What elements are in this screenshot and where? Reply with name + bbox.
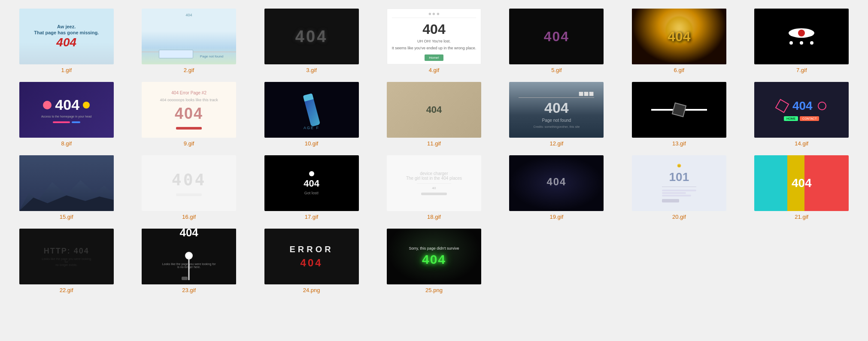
file-label-19: 19.gif — [550, 214, 564, 220]
file-label-13: 13.gif — [672, 140, 686, 147]
thumbnail-25[interactable]: Sorry, this page didn't survive 404 — [387, 229, 481, 284]
list-item[interactable]: device chargerThe girl lost in the 404 p… — [376, 155, 492, 220]
list-item[interactable]: 7.gif — [744, 9, 859, 73]
list-item[interactable]: 404 21.gif — [744, 155, 859, 220]
thumbnail-4[interactable]: ⊕ ⊕ ⊕ 404 UH OH! You're lost. It seems l… — [387, 9, 481, 64]
list-item[interactable]: ERROR 404 24.png — [254, 229, 369, 293]
file-label-23: 23.gif — [182, 287, 196, 293]
file-label-8: 8.gif — [61, 140, 72, 147]
thumbnail-19[interactable]: 404 — [509, 155, 604, 211]
thumbnail-18[interactable]: device chargerThe girl lost in the 404 p… — [387, 155, 481, 211]
file-label-17: 17.gif — [305, 214, 319, 220]
thumbnail-21[interactable]: 404 — [754, 155, 849, 211]
list-item[interactable]: 404 3.gif — [254, 9, 369, 73]
list-item[interactable]: 404 HOME CONTACT 14.gif — [744, 82, 859, 147]
list-item[interactable]: Aw jeez.That page has gone missing. 404 … — [9, 9, 124, 73]
file-label-5: 5.gif — [551, 67, 562, 73]
thumbnail-8[interactable]: 404 Access to the homepage in your head — [19, 82, 114, 138]
file-label-7: 7.gif — [796, 67, 807, 73]
file-label-14: 14.gif — [795, 140, 808, 147]
list-item[interactable]: ⊕ ⊕ ⊕ 404 UH OH! You're lost. It seems l… — [376, 9, 492, 73]
list-item[interactable]: Sorry, this page didn't survive 404 25.p… — [376, 229, 492, 293]
thumbnail-grid: Aw jeez.That page has gone missing. 404 … — [9, 9, 859, 293]
thumbnail-16[interactable]: 404 — [142, 155, 236, 211]
thumbnail-13[interactable] — [632, 82, 726, 138]
list-item[interactable]: 404 16.gif — [131, 155, 246, 220]
file-label-16: 16.gif — [182, 214, 196, 220]
thumbnail-7[interactable] — [754, 9, 849, 64]
file-label-18: 18.gif — [427, 214, 441, 220]
list-item[interactable]: 😐 101 20.gif — [621, 155, 737, 220]
thumbnail-15[interactable] — [19, 155, 114, 211]
file-label-22: 22.gif — [60, 287, 73, 293]
file-label-4: 4.gif — [429, 67, 440, 73]
thumbnail-1[interactable]: Aw jeez.That page has gone missing. 404 — [19, 9, 114, 64]
list-item[interactable]: 404 19.gif — [499, 155, 614, 220]
file-label-21: 21.gif — [795, 214, 808, 220]
thumbnail-10[interactable]: AGE F — [264, 82, 359, 138]
thumbnail-14[interactable]: 404 HOME CONTACT — [754, 82, 849, 138]
list-item[interactable]: AGE F 10.gif — [254, 82, 369, 147]
list-item[interactable]: 404 5.gif — [499, 9, 614, 73]
thumbnail-17[interactable]: 404 Got lost! — [264, 155, 359, 211]
file-label-24: 24.png — [303, 287, 320, 293]
file-label-11: 11.gif — [427, 140, 441, 147]
list-item[interactable]: 13.gif — [621, 82, 737, 147]
list-item[interactable]: 404 6.gif — [621, 9, 737, 73]
thumbnail-2[interactable]: Page not found 404 — [142, 9, 236, 64]
list-item[interactable]: 404 Access to the homepage in your head … — [9, 82, 124, 147]
thumbnail-24[interactable]: ERROR 404 — [264, 229, 359, 284]
list-item[interactable]: ⬜⬜⬜ 404 Page not found Credits: somethin… — [499, 82, 614, 147]
file-label-2: 2.gif — [184, 67, 194, 73]
file-label-10: 10.gif — [305, 140, 319, 147]
list-item[interactable]: 15.gif — [9, 155, 124, 220]
list-item[interactable]: 404 Got lost! 17.gif — [254, 155, 369, 220]
file-label-15: 15.gif — [60, 214, 73, 220]
thumbnail-9[interactable]: 404 Error Page #2 404 oooooops looks lik… — [142, 82, 236, 138]
list-item[interactable]: Page not found 404 2.gif — [131, 9, 246, 73]
list-item[interactable]: HTTP: 404 Looks like the page you were l… — [9, 229, 124, 293]
file-label-6: 6.gif — [674, 67, 685, 73]
thumbnail-11[interactable]: 404 — [387, 82, 481, 138]
list-item[interactable]: 404 11.gif — [376, 82, 492, 147]
thumbnail-20[interactable]: 😐 101 — [632, 155, 726, 211]
thumbnail-12[interactable]: ⬜⬜⬜ 404 Page not found Credits: somethin… — [509, 82, 604, 138]
file-label-12: 12.gif — [550, 140, 564, 147]
list-item[interactable]: 404 Looks like the page you were looking… — [131, 229, 246, 293]
thumbnail-5[interactable]: 404 — [509, 9, 604, 64]
thumbnail-6[interactable]: 404 — [632, 9, 726, 64]
thumbnail-3[interactable]: 404 — [264, 9, 359, 64]
file-label-9: 9.gif — [184, 140, 194, 147]
file-label-1: 1.gif — [61, 67, 72, 73]
thumbnail-22[interactable]: HTTP: 404 Looks like the page you were l… — [19, 229, 114, 284]
thumbnail-23[interactable]: 404 Looks like the page you were looking… — [142, 229, 236, 284]
list-item[interactable]: 404 Error Page #2 404 oooooops looks lik… — [131, 82, 246, 147]
file-label-25: 25.png — [425, 287, 443, 293]
file-label-20: 20.gif — [672, 214, 686, 220]
file-label-3: 3.gif — [306, 67, 317, 73]
